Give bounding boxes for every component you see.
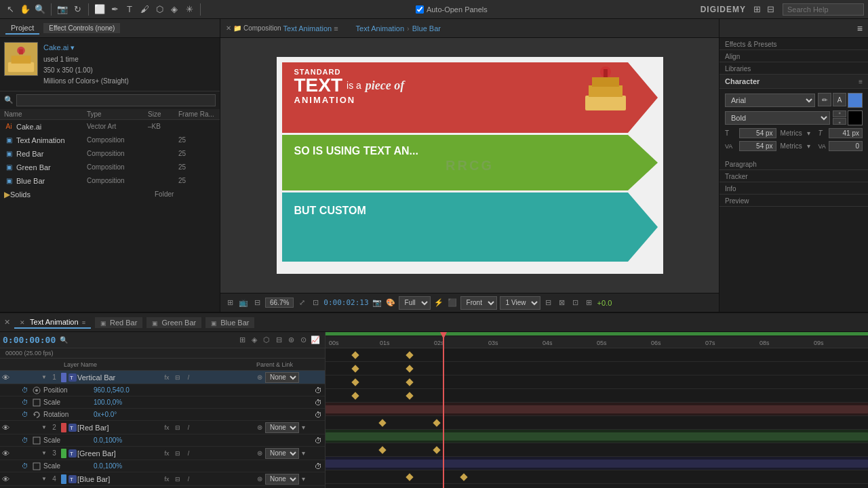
blend-switch-2[interactable]: ⊟ (173, 423, 182, 432)
layer-vis-3[interactable]: 👁 (0, 448, 11, 459)
timeline-tab-bluebar[interactable]: ▣ Blue Bar (205, 317, 254, 328)
table-row[interactable]: 👁 ▼ 4 T [Blue Bar] fx ⊟ / ⊛ None (0, 472, 325, 486)
color-swatch-black[interactable] (848, 110, 863, 125)
mask-icon[interactable]: ⬜ (94, 3, 106, 16)
viewer-camera-icon[interactable]: 📺 (238, 298, 249, 308)
comp-marker-icon[interactable]: ◈ (249, 335, 260, 346)
graph-editor-btn[interactable]: 📈 (310, 335, 321, 346)
list-item-greenbar[interactable]: ▣ Green Bar Composition 25 (0, 161, 220, 174)
libraries-section[interactable]: Libraries (719, 62, 868, 75)
tab-effect-controls[interactable]: Effect Controls (none) (43, 23, 120, 33)
list-item-redbar[interactable]: ▣ Red Bar Composition 25 (0, 147, 220, 161)
tracking-input[interactable] (739, 141, 776, 151)
viewer-more2-icon[interactable]: ⊠ (557, 298, 568, 308)
list-item[interactable]: ⏱ Scale 0.0,100% ⏱ (0, 460, 325, 472)
brush-icon[interactable]: 🖌 (138, 3, 151, 16)
parent-pick-2[interactable]: ▾ (302, 424, 305, 431)
font-height-input[interactable] (829, 128, 863, 138)
breadcrumb-textanim[interactable]: Text Animation (356, 24, 405, 33)
scale3-stopwatch[interactable]: ⏱ (20, 462, 30, 471)
layer-collapse-2[interactable]: ▼ (39, 424, 49, 430)
panels-icon[interactable]: ⊟ (765, 3, 777, 16)
layer-collapse-1[interactable]: ▼ (39, 374, 49, 380)
font-style-select[interactable]: Bold (725, 111, 830, 125)
position-stopwatch[interactable]: ⏱ (20, 386, 30, 395)
preview-section[interactable]: Preview (719, 195, 868, 207)
quality-switch-4[interactable]: / (184, 474, 193, 484)
tracker-section[interactable]: Tracker (719, 170, 868, 182)
list-item[interactable]: ⏱ Scale 100.0,0% ⏱ (0, 396, 325, 409)
tab-label-bluebar[interactable]: Blue Bar (220, 319, 249, 327)
right-panel-menu-icon[interactable]: ≡ (857, 23, 863, 34)
parent-select-2[interactable]: None (265, 422, 299, 433)
rotation-stopwatch[interactable]: ⏱ (20, 410, 30, 420)
camera-icon[interactable]: 📷 (56, 3, 68, 16)
tab-close-icon[interactable]: ✕ (20, 319, 25, 326)
text-tool-icon[interactable]: T (123, 3, 136, 16)
viewer-region-icon[interactable]: ⊡ (310, 298, 321, 308)
arrow-tool-icon[interactable]: ↖ (4, 3, 16, 16)
fx-switch-2[interactable]: fx (162, 423, 172, 432)
viewer-more1-icon[interactable]: ⊟ (543, 298, 554, 308)
tab-menu-icon[interactable]: ≡ (82, 319, 85, 326)
layer-collapse-3[interactable]: ▼ (39, 450, 49, 456)
viewer-res-icon[interactable]: ⬛ (447, 298, 458, 308)
puppet-icon[interactable]: ✳ (183, 3, 195, 16)
viewer-fit-icon[interactable]: ⤢ (296, 298, 307, 308)
expand-icon[interactable]: ⊞ (751, 3, 764, 16)
hand-tool-icon[interactable]: ✋ (19, 3, 31, 16)
font-edit-icon[interactable]: ✏ (818, 93, 831, 106)
search-help-input[interactable] (783, 3, 864, 16)
timeline-tab-redbar[interactable]: ▣ Red Bar (95, 317, 142, 328)
scale2-stopwatch[interactable]: ⏱ (20, 436, 30, 445)
viewer-snap-icon[interactable]: ⊞ (224, 298, 235, 308)
tab-label-redbar[interactable]: Red Bar (110, 319, 137, 327)
quality-switch-2[interactable]: / (184, 423, 193, 432)
layer-switches-icon[interactable]: ⊟ (273, 335, 284, 346)
quality-dropdown[interactable]: Full (399, 296, 431, 310)
pen-icon[interactable]: ✒ (108, 3, 121, 16)
stamp-icon[interactable]: ⬡ (153, 3, 165, 16)
comp-menu-icon[interactable]: ≡ (334, 24, 338, 33)
new-layer-icon[interactable]: ⊞ (237, 335, 248, 346)
draft-icon[interactable]: ⬡ (261, 335, 272, 346)
close-comp-icon[interactable]: ✕ (226, 24, 231, 32)
scale-stopwatch[interactable]: ⏱ (20, 398, 30, 407)
parent-pick-4[interactable]: ▾ (302, 475, 305, 483)
fx-switch[interactable]: fx (162, 373, 172, 382)
viewer-fast-icon[interactable]: ⚡ (433, 298, 444, 308)
layer-vis-4[interactable]: 👁 (0, 474, 11, 485)
font-size-input[interactable] (739, 128, 776, 138)
views-count-dropdown[interactable]: 1 View (500, 296, 540, 310)
table-row[interactable]: 👁 ▼ 1 T Vertical Bar fx ⊟ / ⊛ None (0, 371, 325, 384)
subscript-icon[interactable]: ₊ (833, 118, 846, 125)
project-search-input[interactable] (16, 94, 216, 106)
blend-switch[interactable]: ⊟ (173, 373, 182, 382)
paragraph-section[interactable]: Paragraph (719, 158, 868, 170)
list-item-bluebar[interactable]: ▣ Blue Bar Composition 25 (0, 174, 220, 188)
layer-vis-2[interactable]: 👁 (0, 422, 11, 433)
quality-switch-3[interactable]: / (184, 449, 193, 458)
playhead[interactable] (443, 332, 444, 488)
parent-select-3[interactable]: None (265, 448, 299, 459)
superscript-icon[interactable]: ⁺ (833, 110, 846, 117)
parent-select-1[interactable]: None (265, 372, 299, 383)
effects-presets-section[interactable]: Effects & Presets (719, 38, 868, 50)
list-item[interactable]: ⏱ Rotation 0x+0.0° ⏱ (0, 409, 325, 421)
comp-name-header[interactable]: Text Animation (283, 24, 332, 33)
metrics2-dropdown-icon[interactable]: ▾ (805, 142, 813, 150)
list-item-cake[interactable]: Ai Cake.ai Vector Art –KB (0, 120, 220, 134)
align-section[interactable]: Align (719, 50, 868, 62)
blend-switch-4[interactable]: ⊟ (173, 474, 182, 484)
list-item[interactable]: ⏱ Scale 0.0,100% ⏱ (0, 434, 325, 447)
viewer-more4-icon[interactable]: ⊞ (584, 298, 595, 308)
search-layers-icon[interactable]: 🔍 (60, 336, 68, 344)
parent-pick-3[interactable]: ▾ (302, 449, 305, 457)
paint-icon[interactable]: ◈ (168, 3, 180, 16)
tab-label-textanim[interactable]: Text Animation (30, 318, 79, 326)
viewer-more3-icon[interactable]: ⊡ (570, 298, 581, 308)
parent-select-4[interactable]: None (265, 474, 299, 485)
list-item[interactable]: ⏱ Position 960.0,540.0 ⏱ (0, 384, 325, 396)
table-row[interactable]: 👁 ▼ 2 T [Red Bar] fx ⊟ / ⊛ None (0, 421, 325, 434)
font-family-select[interactable]: Arial (725, 94, 815, 107)
